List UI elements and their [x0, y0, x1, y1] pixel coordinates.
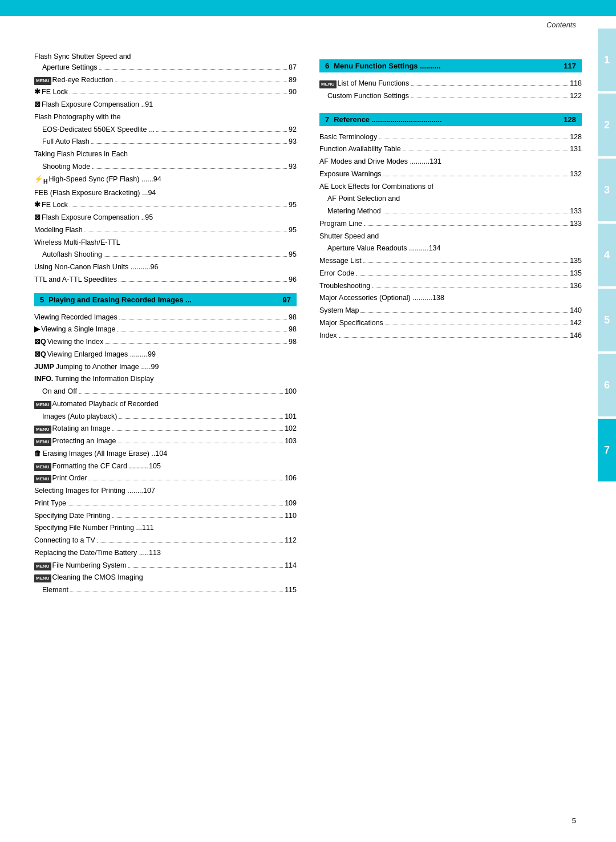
entry-title: FE Lock [42, 87, 68, 98]
entry-title: Cleaning the CMOS Imaging [52, 572, 143, 583]
page-num: 96 [151, 262, 159, 273]
list-item: Using Non-Canon Flash Units .......... 9… [34, 262, 297, 273]
page-num: 118 [570, 78, 582, 89]
list-item: ⊠ Flash Exposure Compensation .. 91 [34, 99, 297, 110]
list-item: Message List 135 [319, 256, 582, 266]
star-icon: ✱ [34, 200, 40, 211]
entry-title: Specifying Date Printing [34, 511, 110, 521]
page-num: 91 [145, 99, 153, 110]
page-num: 95 [289, 225, 297, 236]
list-item: Autoflash Shooting 95 [34, 249, 297, 260]
page-num: 103 [285, 436, 297, 447]
section-page: 128 [564, 115, 576, 124]
list-item: Troubleshooting 136 [319, 281, 582, 292]
section-title: Menu Function Settings .......... [334, 62, 440, 70]
entry-title: Flash Exposure Compensation .. [42, 212, 145, 223]
list-item: ▶ Viewing a Single Image 98 [34, 324, 297, 335]
left-column: Flash Sync Shutter Speed and Aperture Se… [34, 51, 297, 597]
page-num: 111 [142, 523, 154, 533]
entry-title: Connecting to a TV [34, 535, 95, 546]
entry-title: Flash Photography with the [34, 112, 120, 123]
entry-title: Element [42, 585, 68, 596]
entry-title: FEB (Flash Exposure Bracketing) ... [34, 188, 148, 199]
list-item: Index 146 [319, 330, 582, 341]
page-num: 134 [429, 243, 441, 254]
entry-title: Custom Function Settings [327, 91, 409, 102]
list-item: Full Auto Flash 93 [34, 136, 297, 147]
list-item: Program Line 133 [319, 218, 582, 229]
list-item: Custom Function Settings 122 [319, 91, 582, 102]
page-num: 93 [289, 161, 297, 172]
page-num: 104 [155, 448, 167, 459]
entry-title: AF Modes and Drive Modes .......... [319, 156, 429, 167]
page-num: 95 [145, 212, 153, 223]
header-bar [0, 0, 616, 16]
menu-icon: MENU [34, 77, 51, 85]
entry-title: Using Non-Canon Flash Units .......... [34, 262, 151, 273]
star-icon: ✱ [34, 87, 40, 98]
list-item: Flash Photography with the [34, 112, 297, 123]
entry-title: Shutter Speed and [319, 231, 379, 242]
comp-icon: ⊠ [34, 212, 40, 223]
right-column: 6 Menu Function Settings .......... 117 … [319, 51, 582, 597]
page-num: 90 [289, 87, 297, 98]
list-item: Exposure Warnings 132 [319, 169, 582, 180]
entry-title: Troubleshooting [319, 281, 370, 292]
list-item: Metering Method 133 [319, 206, 582, 217]
page-num: 99 [151, 362, 159, 373]
list-item: Selecting Images for Printing ........ 1… [34, 485, 297, 496]
list-item: Specifying Date Printing 110 [34, 511, 297, 521]
list-item: Wireless Multi-Flash/E-TTL [34, 237, 297, 248]
page-num: 128 [570, 132, 582, 143]
list-item: System Map 140 [319, 305, 582, 316]
index-icon: ⊠Q [34, 337, 46, 347]
page-num: 93 [289, 136, 297, 147]
menu-icon: MENU [34, 562, 51, 570]
jump-icon: JUMP [34, 362, 54, 373]
list-item: MENU Formatting the CF Card .......... 1… [34, 461, 297, 472]
entry-title: Images (Auto playback) [42, 411, 117, 422]
page-num: 142 [570, 318, 582, 329]
section-title: Playing and Erasing Recorded Images ... [48, 295, 192, 304]
list-item: Taking Flash Pictures in Each [34, 149, 297, 160]
menu-icon: MENU [34, 401, 51, 409]
page: Contents 1 2 3 4 5 6 7 Flash Sync Shutte… [0, 0, 616, 842]
tab-1: 1 [598, 29, 616, 91]
list-item: JUMP Jumping to Another Image ..... 99 [34, 362, 297, 373]
entry-title: Message List [319, 256, 362, 266]
list-item: Function Availability Table 131 [319, 144, 582, 155]
tab-2: 2 [598, 94, 616, 156]
list-item: Modeling Flash 95 [34, 225, 297, 236]
list-item: Major Specifications 142 [319, 318, 582, 329]
page-num: 135 [570, 256, 582, 266]
list-item: Element 115 [34, 585, 297, 596]
section-page: 117 [564, 62, 576, 70]
entry-title: Print Type [34, 498, 66, 509]
list-item: MENU Automated Playback of Recorded [34, 399, 297, 410]
entry-title: Major Accessories (Optional) .......... [319, 293, 432, 303]
list-item: MENU File Numbering System 114 [34, 560, 297, 571]
entry-title: TTL and A-TTL Speedlites [34, 274, 117, 285]
page-num: 95 [289, 249, 297, 260]
entry-title: Viewing the Index [47, 337, 103, 347]
section-title: Reference ..............................… [334, 115, 441, 124]
entry-subtitle: Aperture Settings [34, 62, 98, 73]
page-num: 105 [149, 461, 161, 472]
entry-title: Autoflash Shooting [42, 249, 102, 260]
list-item: Major Accessories (Optional) .......... … [319, 293, 582, 303]
tab-7: 7 [598, 419, 616, 481]
entry-title: EOS-Dedicated 550EX Speedlite ... [42, 124, 155, 135]
list-item: MENU Red-eye Reduction 89 [34, 75, 297, 86]
list-item: ⚡H High-Speed Sync (FP Flash) ...... 94 [34, 174, 297, 186]
entry-title: Flash Sync Shutter Speed and [34, 51, 297, 62]
page-num: 138 [432, 293, 444, 303]
tab-5: 5 [598, 289, 616, 351]
entry-title: Shooting Mode [42, 161, 90, 172]
section-page: 97 [283, 295, 291, 304]
page-num: 102 [285, 423, 297, 434]
entry-title: Exposure Warnings [319, 169, 382, 180]
list-item: Basic Terminology 128 [319, 132, 582, 143]
page-num: 99 [148, 349, 156, 360]
page-num: 136 [570, 281, 582, 292]
page-num: 94 [153, 174, 161, 185]
